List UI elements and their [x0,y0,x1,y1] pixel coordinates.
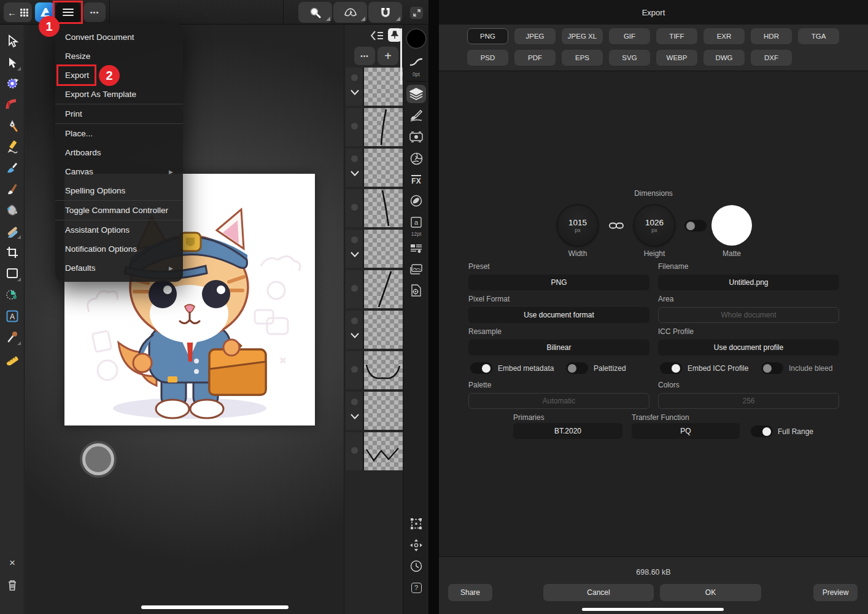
menu-item-convert-document[interactable]: Convert Document [55,28,183,47]
view-tool-button[interactable] [333,2,367,23]
paint-brush-tool[interactable] [2,180,22,198]
mask-tab[interactable] [406,192,426,210]
layer-thumbnail[interactable] [364,68,403,106]
brushes-tab[interactable] [406,106,426,125]
layer-row-curve[interactable] [346,108,403,146]
snapping-button[interactable] [368,2,402,23]
layer-gutter[interactable] [346,270,364,308]
home-indicator[interactable] [582,608,724,611]
menu-item-print[interactable]: Print [55,104,183,123]
layers-tab[interactable] [406,85,426,103]
resample-select[interactable]: Bilinear [468,340,649,356]
pin-panel-button[interactable] [388,28,401,42]
chevron-down-icon[interactable] [351,90,359,95]
rectangle-tool[interactable] [2,264,22,282]
format-dwg[interactable]: DWG [703,50,745,66]
format-tga[interactable]: TGA [798,28,839,44]
menu-item-assistant-options[interactable]: Assistant Options [55,220,183,239]
crop-tool[interactable] [2,243,22,262]
cancel-button[interactable]: Cancel [543,584,654,601]
pen-tool[interactable] [2,117,22,135]
close-document-button[interactable]: × [2,554,22,572]
help-button[interactable]: ? [406,578,426,597]
fill-mesh-tool[interactable] [2,201,22,219]
layer-gutter[interactable] [346,230,364,268]
collapse-panel-button[interactable] [369,29,386,42]
zoom-tool-button[interactable] [298,2,332,23]
shape-builder-tool[interactable] [2,286,22,304]
layer-row-group[interactable] [346,230,403,268]
format-png[interactable]: PNG [467,28,508,44]
chevron-down-icon[interactable] [351,414,359,419]
layer-row-curve[interactable] [346,351,403,389]
history-button[interactable] [406,557,426,575]
menu-item-place[interactable]: Place... [55,124,183,143]
layer-thumbnail[interactable] [364,108,403,146]
navigator-button[interactable] [406,536,426,554]
layer-gutter[interactable] [346,311,364,349]
icc-profile-select[interactable]: Use document profile [658,340,839,356]
layer-gutter[interactable] [346,432,364,470]
menu-item-toggle-command-controller[interactable]: Toggle Command Controller [55,201,183,220]
format-exr[interactable]: EXR [703,28,745,44]
live-filters-tab[interactable] [406,149,426,168]
stock-tab[interactable] [406,260,426,279]
stroke-style-button[interactable] [406,53,426,71]
format-gif[interactable]: GIF [609,28,650,44]
layer-row-group[interactable] [346,149,403,187]
layer-thumbnail[interactable] [364,432,403,470]
layer-thumbnail[interactable] [364,392,403,430]
layer-thumbnail[interactable] [364,189,403,227]
layer-row-curve[interactable] [346,189,403,227]
matte-color-well[interactable] [711,205,752,246]
format-dxf[interactable]: DXF [751,50,792,66]
embed-metadata-toggle[interactable] [470,362,492,374]
layer-gutter[interactable] [346,68,364,106]
more-commands-button[interactable]: ••• [83,2,106,22]
layer-row-curve[interactable] [346,270,403,308]
back-gallery-button[interactable]: ← [4,2,32,22]
effects-tab[interactable]: FX [406,171,426,189]
layer-thumbnail[interactable] [364,351,403,389]
preset-select[interactable]: PNG [468,274,649,290]
menu-item-export-as-template[interactable]: Export As Template [55,85,183,104]
adjustments-tab[interactable] [406,128,426,146]
pixel-format-select[interactable]: Use document format [468,307,649,323]
chevron-down-icon[interactable] [351,333,359,338]
preview-button[interactable]: Preview [813,584,858,601]
layer-thumbnail[interactable] [364,270,403,308]
node-tool[interactable] [2,53,22,72]
color-picker-tool[interactable] [2,328,22,346]
full-range-toggle[interactable] [751,426,773,437]
palettized-toggle[interactable] [566,362,588,374]
move-tool[interactable] [2,32,22,50]
horizontal-scrollbar[interactable] [141,605,289,609]
paragraph-tab[interactable] [406,239,426,258]
menu-item-resize[interactable]: Resize [55,47,183,66]
format-psd[interactable]: PSD [467,50,508,66]
vector-brush-tool[interactable] [2,158,22,177]
matte-toggle[interactable] [684,220,707,231]
panel-scrollbar[interactable] [400,28,402,85]
menu-item-spelling-options[interactable]: Spelling Options [55,181,183,200]
ruler-tool[interactable] [2,349,22,368]
layer-gutter[interactable] [346,351,364,389]
layer-row-group[interactable] [346,311,403,349]
layer-thumbnail[interactable] [364,311,403,349]
point-transform-tool[interactable] [2,74,22,93]
pencil-tool[interactable] [2,138,22,156]
format-pdf[interactable]: PDF [514,50,556,66]
color-wheel-control[interactable] [82,443,114,475]
menu-item-artboards[interactable]: Artboards [55,143,183,162]
primaries-select[interactable]: BT.2020 [513,423,622,439]
layer-gutter[interactable] [346,189,364,227]
embed-icc-toggle[interactable] [660,362,682,374]
layer-thumbnail[interactable] [364,230,403,268]
text-tool[interactable]: A [2,307,22,325]
format-tiff[interactable]: TIFF [656,28,697,44]
fullscreen-button[interactable] [410,7,423,19]
include-bleed-toggle[interactable] [761,362,783,374]
document-settings-tab[interactable] [406,281,426,300]
width-dial[interactable]: 1015 px [557,204,599,246]
delete-button[interactable] [2,576,22,594]
